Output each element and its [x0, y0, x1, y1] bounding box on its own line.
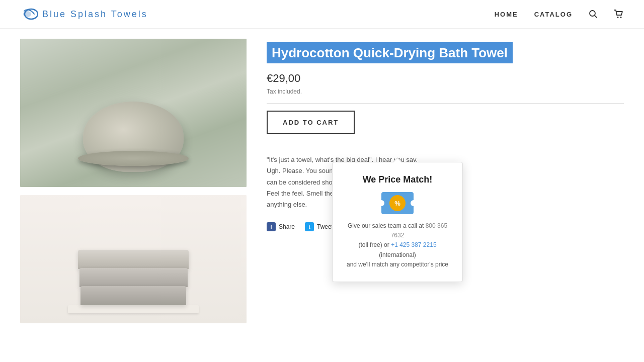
logo-text: Blue Splash Towels [42, 9, 148, 20]
popup-phone-intl: +1 425 387 2215 [391, 241, 436, 248]
logo[interactable]: Blue Splash Towels [20, 7, 148, 21]
product-title: Hydrocotton Quick-Drying Bath Towel [267, 42, 513, 63]
facebook-icon: f [267, 222, 276, 231]
cart-icon[interactable] [614, 10, 624, 19]
price-match-popup: We Price Match! % Give our sales team a … [332, 162, 463, 282]
twitter-icon: t [305, 222, 314, 231]
product-image-top [20, 39, 247, 187]
nav-home[interactable]: HOME [495, 11, 518, 18]
popup-title: We Price Match! [347, 174, 448, 185]
popup-content: We Price Match! % Give our sales team a … [332, 162, 463, 282]
product-title-wrapper: Hydrocotton Quick-Drying Bath Towel [267, 44, 624, 62]
add-to-cart-button[interactable]: ADD TO CART [267, 111, 355, 134]
search-icon[interactable] [589, 10, 598, 19]
svg-point-4 [617, 17, 619, 18]
site-header: Blue Splash Towels HOME CATALOG [0, 0, 644, 29]
popup-body: Give our sales team a call at 800 365 76… [347, 221, 448, 269]
logo-icon [20, 7, 38, 21]
product-image-bottom [20, 195, 247, 323]
svg-line-3 [595, 16, 597, 18]
price-divider [267, 103, 624, 104]
twitter-label: Tweet [317, 223, 333, 230]
popup-text-after: and we'll match any competitor's price [347, 261, 448, 268]
product-images [20, 39, 247, 323]
svg-point-1 [23, 11, 31, 17]
nav-catalog[interactable]: CATALOG [534, 11, 573, 18]
product-info: Hydrocotton Quick-Drying Bath Towel €29,… [267, 39, 624, 323]
product-price: €29,00 [267, 72, 624, 85]
popup-text-before: Give our sales team a call at [348, 222, 424, 229]
popup-text-intl: (international) [379, 251, 416, 258]
facebook-share[interactable]: f Share [267, 222, 295, 231]
tax-note: Tax included. [267, 88, 624, 95]
main-nav: HOME CATALOG [495, 10, 624, 19]
svg-point-5 [620, 17, 622, 18]
percent-badge: % [389, 195, 406, 211]
desc-line5: anything else. [267, 201, 307, 208]
twitter-share[interactable]: t Tweet [305, 222, 333, 231]
popup-text-toll: (toll free) or [358, 241, 389, 248]
facebook-label: Share [279, 223, 295, 230]
coupon-icon: % [381, 192, 414, 214]
page-content: Hydrocotton Quick-Drying Bath Towel €29,… [0, 29, 644, 333]
